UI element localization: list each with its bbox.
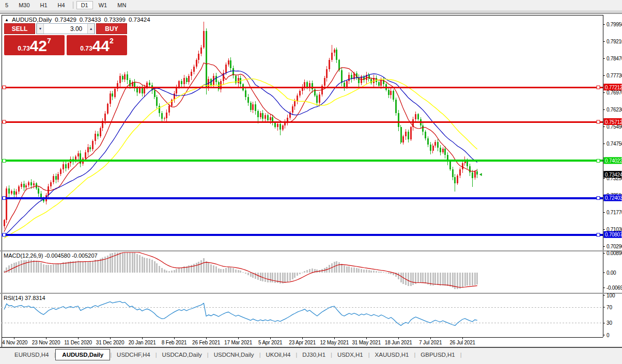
- svg-text:5 Apr 2021: 5 Apr 2021: [258, 340, 283, 345]
- svg-text:0.75712: 0.75712: [605, 119, 622, 125]
- chart-tab-usdchf[interactable]: USDCHF,H4: [112, 350, 156, 360]
- svg-text:0.78470: 0.78470: [607, 56, 622, 61]
- chart-tabs-bar: EURUSD,H4|AUDUSD,Daily|USDCHF,H4|USDCAD,…: [0, 347, 622, 361]
- svg-text:31 Dec 2020: 31 Dec 2020: [96, 340, 125, 345]
- volume-increase-button[interactable]: ▲: [87, 24, 95, 34]
- svg-text:31 May 2021: 31 May 2021: [352, 340, 381, 345]
- one-click-trading-panel: SELL ▼ ▲ BUY 0.73427 0.73442: [4, 23, 127, 55]
- svg-text:0.77730: 0.77730: [607, 73, 622, 78]
- ask-prefix: 0.73: [80, 45, 92, 52]
- svg-text:0.00: 0.00: [607, 270, 616, 276]
- volume-input[interactable]: [44, 24, 88, 34]
- svg-text:30: 30: [607, 320, 613, 326]
- ohlc-low: 0.73399: [104, 17, 126, 23]
- buy-price-display[interactable]: 0.73442: [67, 35, 127, 55]
- svg-text:12 May 2021: 12 May 2021: [320, 340, 349, 345]
- svg-text:100: 100: [607, 293, 615, 298]
- triangle-down-icon: ▼: [38, 27, 42, 30]
- axis-label-0.75712: 0.75712: [604, 118, 622, 125]
- timeframe-toolbar: 5M30H1H4D1W1MN: [0, 0, 622, 10]
- svg-text:0.77212: 0.77212: [605, 85, 622, 90]
- ohlc-close: 0.73424: [129, 17, 150, 23]
- svg-text:0.71770: 0.71770: [607, 210, 622, 215]
- svg-text:0.72403: 0.72403: [605, 195, 622, 201]
- svg-text:20 Jan 2021: 20 Jan 2021: [129, 340, 156, 345]
- svg-text:0.00890: 0.00890: [607, 250, 622, 256]
- svg-text:8 Feb 2021: 8 Feb 2021: [162, 340, 187, 345]
- axis-label-0.70807: 0.70807: [604, 231, 622, 238]
- chart-tab-audusd[interactable]: AUDUSD,Daily: [55, 349, 110, 360]
- volume-decrease-button[interactable]: ▼: [37, 24, 44, 34]
- chart-tab-ukoil[interactable]: UKOil,H4: [260, 350, 296, 360]
- bid-prefix: 0.73: [18, 45, 29, 52]
- timeframe-button-mn[interactable]: MN: [113, 1, 131, 9]
- status-bar: [0, 361, 622, 364]
- svg-text:0.79210: 0.79210: [607, 39, 622, 44]
- svg-text:26 Feb 2021: 26 Feb 2021: [192, 340, 221, 345]
- svg-text:0.70290: 0.70290: [607, 244, 622, 249]
- current-price-label: 0.73424: [604, 171, 622, 178]
- timeframe-button-w1[interactable]: W1: [94, 1, 112, 9]
- toolbar-divider: [73, 2, 73, 9]
- symbol-label: AUDUSD,Daily: [12, 17, 52, 23]
- chart-tab-xauusd[interactable]: XAUUSD,H1: [370, 350, 414, 360]
- chart-tab-gbpusd[interactable]: GBPUSD,H1: [415, 350, 460, 360]
- chart-tab-eurusd[interactable]: EURUSD,H4: [9, 350, 54, 360]
- svg-text:70: 70: [607, 305, 613, 310]
- svg-text:0: 0: [607, 333, 610, 338]
- timeframe-button-h1[interactable]: H1: [36, 1, 52, 9]
- timeframe-button-m30[interactable]: M30: [14, 1, 34, 9]
- axis-label-0.77212: 0.77212: [604, 84, 622, 90]
- svg-text:-0.00697: -0.00697: [607, 285, 622, 291]
- ask-pipette: 2: [110, 37, 114, 45]
- rsi-label: RSI(14) 37.8314: [4, 295, 45, 301]
- timeframe-button-d1[interactable]: D1: [76, 1, 93, 9]
- svg-text:11 Dec 2020: 11 Dec 2020: [64, 340, 92, 345]
- svg-text:0.76230: 0.76230: [607, 107, 622, 113]
- axis-label-0.72403: 0.72403: [604, 195, 622, 201]
- chart-tab-usdx[interactable]: USDX,H1: [332, 350, 368, 360]
- symbol-collapse-icon[interactable]: ▲: [5, 18, 9, 22]
- timeframe-button-h4[interactable]: H4: [53, 1, 70, 9]
- ohlc-high: 0.73433: [80, 17, 101, 23]
- volume-box: ▼ ▲: [36, 23, 95, 34]
- ohlc-open: 0.73429: [55, 17, 76, 23]
- bid-pipette: 7: [47, 37, 51, 45]
- svg-text:26 Jul 2021: 26 Jul 2021: [449, 340, 475, 345]
- svg-text:7 Jul 2021: 7 Jul 2021: [419, 340, 442, 345]
- buy-button[interactable]: BUY: [96, 23, 127, 34]
- sell-button[interactable]: SELL: [4, 23, 35, 34]
- svg-text:0.73424: 0.73424: [605, 172, 622, 178]
- ask-big-digits: 44: [92, 38, 110, 54]
- svg-text:0.75490: 0.75490: [607, 124, 622, 130]
- svg-text:23 Nov 2020: 23 Nov 2020: [32, 340, 60, 345]
- axis-label-0.74022: 0.74022: [604, 157, 622, 164]
- mt4-terminal: 5M30H1H4D1W1MN 0.799500.792100.784700.77…: [0, 0, 622, 364]
- bid-big-digits: 42: [30, 38, 47, 54]
- ohlc-info-line: ▲ AUDUSD,Daily 0.73429 0.73433 0.73399 0…: [5, 17, 150, 23]
- svg-text:17 Mar 2021: 17 Mar 2021: [224, 340, 253, 345]
- price-chart-canvas: 0.799500.792100.784700.777300.769700.762…: [0, 14, 622, 347]
- svg-text:4 Nov 2020: 4 Nov 2020: [2, 340, 28, 345]
- svg-text:18 Jun 2021: 18 Jun 2021: [385, 340, 412, 345]
- chart-tab-dj30[interactable]: DJ30,H1: [297, 350, 331, 360]
- svg-text:0.70807: 0.70807: [605, 232, 622, 238]
- toolbar-separator: [0, 10, 622, 14]
- svg-text:0.74750: 0.74750: [607, 141, 622, 147]
- sell-price-display[interactable]: 0.73427: [4, 35, 65, 55]
- svg-text:0.79950: 0.79950: [607, 22, 622, 27]
- tab-separator: |: [460, 352, 462, 358]
- svg-text:0.76970: 0.76970: [607, 90, 622, 96]
- macd-label: MACD(12,26,9) -0.004580 -0.005207: [4, 252, 98, 259]
- chart-window: 0.799500.792100.784700.777300.769700.762…: [0, 14, 622, 347]
- timeframe-button-5[interactable]: 5: [1, 1, 13, 9]
- svg-text:0.74022: 0.74022: [605, 158, 622, 164]
- svg-text:23 Apr 2021: 23 Apr 2021: [289, 340, 316, 345]
- chart-tab-usdcnh[interactable]: USDCNH,Daily: [209, 350, 259, 360]
- triangle-up-icon: ▲: [89, 27, 93, 30]
- chart-tab-usdcad[interactable]: USDCAD,Daily: [157, 350, 207, 360]
